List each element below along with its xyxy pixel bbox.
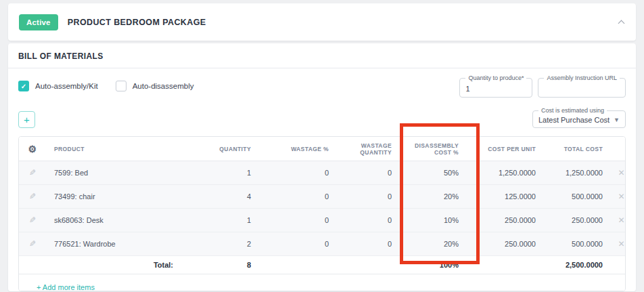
page-title: PRODUCT BEDROOM PACKAGE [68,18,206,27]
table-row: ✎ 73499: chair 4 0 0 20% 125.0000 500.00… [19,185,625,209]
row-quantity: 1 [181,169,259,177]
add-item-button[interactable]: + [18,111,35,128]
edit-pencil-icon[interactable]: ✎ [29,168,36,178]
col-wastage-qty: WASTAGE QUANTITY [337,142,400,156]
add-more-items-link[interactable]: + Add more items [37,283,95,291]
edit-pencil-icon[interactable]: ✎ [29,215,36,225]
col-wastage-pct: WASTAGE % [259,146,337,152]
assembly-url-field: Assembly Instruction URL [538,75,626,98]
status-badge: Active [19,14,58,30]
table-header-row: ⚙ PRODUCT QUANTITY WASTAGE % WASTAGE QUA… [19,137,625,161]
product-header-bar: Active PRODUCT BEDROOM PACKAGE [8,3,636,41]
bill-of-materials-card: BILL OF MATERIALS ✓ Auto-assembly/Kit Au… [8,43,636,291]
row-wastage-pct: 0 [259,192,337,201]
row-cost-per-unit: 250.0000 [467,240,544,248]
row-wastage-qty: 0 [337,169,400,177]
auto-assembly-checkbox[interactable]: ✓ Auto-assembly/Kit [18,81,98,91]
column-settings-gear-icon[interactable]: ⚙ [28,144,37,154]
controls-row: ✓ Auto-assembly/Kit Auto-disassembly Qua… [8,68,636,102]
section-title: BILL OF MATERIALS [8,43,636,68]
row-wastage-pct: 0 [259,216,337,224]
remove-row-icon[interactable]: ✕ [618,168,624,178]
row-total-cost: 500.0000 [544,192,611,201]
total-disassembly: 100% [400,261,467,269]
row-wastage-qty: 0 [337,240,400,248]
col-total-cost: TOTAL COST [544,146,611,152]
assembly-url-input[interactable] [544,85,620,93]
row-product: sk68063: Desk [46,216,181,224]
col-product: PRODUCT [46,146,181,152]
table-row: ✎ 7599: Bed 1 0 0 50% 1,250.0000 1,250.0… [19,161,625,185]
row-disassembly: 50% [400,169,467,177]
cost-estimation-value: Latest Purchase Cost [538,116,610,124]
edit-pencil-icon[interactable]: ✎ [29,239,36,249]
row-wastage-qty: 0 [337,192,400,201]
row-quantity: 2 [181,240,259,248]
collapse-chevron-up-icon[interactable] [618,19,625,26]
assembly-url-label: Assembly Instruction URL [544,75,620,81]
col-quantity: QUANTITY [181,146,259,152]
total-label: Total: [46,261,181,269]
cost-estimation-select[interactable]: Latest Purchase Cost ▼ [538,114,620,125]
checkbox-unchecked-icon[interactable] [116,81,127,91]
row-cost-per-unit: 125.0000 [467,192,544,201]
row-disassembly: 20% [400,192,467,201]
row-wastage-pct: 0 [259,240,337,248]
edit-pencil-icon[interactable]: ✎ [29,192,36,201]
row-product: 73499: chair [46,192,181,201]
col-disassembly: DISASSEMBLY COST % [400,142,467,156]
row-wastage-qty: 0 [337,216,400,224]
row-cost-per-unit: 1,250.0000 [467,169,544,177]
table-row: ✎ sk68063: Desk 1 0 0 10% 250.0000 250.0… [19,209,625,232]
bom-table: ⚙ PRODUCT QUANTITY WASTAGE % WASTAGE QUA… [18,136,626,291]
auto-disassembly-label: Auto-disassembly [133,82,194,90]
toolbar-row: + Cost is estimated using Latest Purchas… [8,102,636,132]
row-total-cost: 250.0000 [544,216,611,224]
total-quantity: 8 [181,261,259,269]
quantity-to-produce-input[interactable] [465,85,526,93]
remove-row-icon[interactable]: ✕ [618,215,624,225]
total-cost: 2,500.0000 [544,261,611,269]
table-row: ✎ 776521: Wardrobe 2 0 0 20% 250.0000 50… [19,232,625,256]
row-quantity: 1 [181,216,259,224]
add-more-row: + Add more items [19,274,625,291]
quantity-to-produce-label: Quantity to produce* [465,75,526,81]
total-row: Total: 8 100% 2,500.0000 [19,256,625,274]
row-total-cost: 1,250.0000 [544,169,611,177]
remove-row-icon[interactable]: ✕ [618,239,624,249]
row-wastage-pct: 0 [259,169,337,177]
row-disassembly: 10% [400,216,467,224]
chevron-down-icon: ▼ [614,117,620,123]
auto-disassembly-checkbox[interactable]: Auto-disassembly [116,81,194,91]
quantity-to-produce-field: Quantity to produce* [459,75,532,98]
row-quantity: 4 [181,192,259,201]
row-total-cost: 500.0000 [544,240,611,248]
remove-row-icon[interactable]: ✕ [618,192,624,201]
cost-estimation-label: Cost is estimated using [538,107,607,114]
row-product: 776521: Wardrobe [46,240,181,248]
row-product: 7599: Bed [46,169,181,177]
checkbox-checked-icon[interactable]: ✓ [18,81,29,91]
col-cost-per-unit: COST PER UNIT [467,146,544,152]
row-disassembly: 20% [400,240,467,248]
auto-assembly-label: Auto-assembly/Kit [35,82,98,90]
page: Active PRODUCT BEDROOM PACKAGE BILL OF M… [0,0,644,292]
cost-estimation-dropdown: Cost is estimated using Latest Purchase … [532,107,626,128]
row-cost-per-unit: 250.0000 [467,216,544,224]
